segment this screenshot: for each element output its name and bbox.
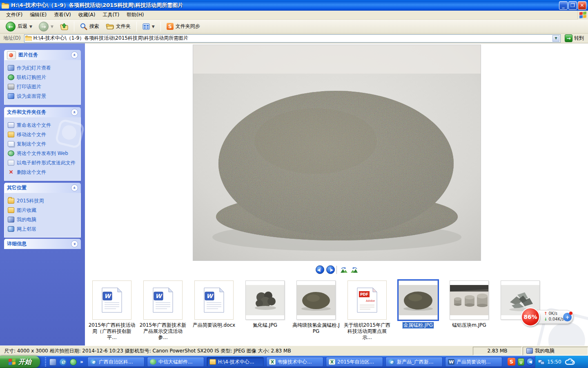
file-name[interactable]: 2015年广西科技活动周（广西科技创新平...: [87, 322, 136, 341]
taskbar-task-ie[interactable]: e广西自治区科...: [87, 357, 145, 367]
folders-icon: [106, 23, 114, 30]
panel-title: 详细信息: [7, 240, 27, 247]
menu-tools[interactable]: 工具(T): [99, 11, 123, 19]
file-item-selected[interactable]: 金属锰粉.JPG: [394, 280, 443, 328]
word-doc-thumbnail[interactable]: W: [194, 280, 234, 320]
quick-launch-overflow-chevron[interactable]: »: [80, 359, 83, 365]
task-view-slideshow[interactable]: 作为幻灯片查看: [8, 63, 79, 73]
task-print-picture[interactable]: 打印该图片: [8, 82, 79, 92]
rotate-clockwise-button[interactable]: [350, 267, 359, 273]
pdf-doc-thumbnail[interactable]: PDFAdobe: [347, 280, 387, 320]
place-network[interactable]: 网上邻居: [8, 224, 79, 234]
views-dropdown-icon[interactable]: ▼: [152, 25, 155, 29]
file-item[interactable]: 高纯级脱氢金属锰粉.JPG: [292, 280, 341, 334]
collapse-chevron-icon[interactable]: «: [71, 184, 78, 191]
folder-sync-button[interactable]: S 文件夹同步: [164, 22, 203, 31]
tray-clock[interactable]: 15:50: [547, 359, 561, 365]
file-item[interactable]: W 产品简要说明.docx: [189, 280, 238, 328]
task-email-file[interactable]: 以电子邮件形式发送此文件: [8, 158, 79, 168]
menu-help[interactable]: 帮助(H): [123, 11, 147, 19]
tray-sogou-icon[interactable]: S: [508, 358, 515, 366]
word-doc-thumbnail[interactable]: W: [143, 280, 183, 320]
network-tray-icon[interactable]: [538, 359, 545, 366]
word-doc-thumbnail[interactable]: W: [92, 280, 131, 320]
toolbar-separator: [136, 22, 137, 31]
expand-chevron-icon[interactable]: «: [71, 240, 78, 247]
folder-icon: [8, 198, 14, 204]
minimize-button[interactable]: _: [559, 1, 568, 10]
taskbar-task-excel-1[interactable]: X韦慷技术中心...: [266, 357, 323, 367]
task-set-wallpaper[interactable]: 设为桌面背景: [8, 92, 79, 101]
file-item[interactable]: 锰铝压块m.JPG: [445, 280, 494, 328]
show-desktop-icon[interactable]: [49, 359, 56, 366]
forward-button[interactable]: → ▼: [36, 20, 56, 33]
place-my-pictures[interactable]: 图片收藏: [8, 206, 79, 215]
views-button[interactable]: ▼: [140, 22, 157, 31]
address-dropdown-icon[interactable]: ▼: [552, 35, 559, 42]
internet-explorer-icon: e: [388, 359, 395, 365]
restore-button[interactable]: ❐: [568, 1, 577, 10]
file-item[interactable]: W 2015年广西新技术新产品展示交流活动参...: [138, 280, 187, 341]
net-speed-widget[interactable]: ↑0K/s ↓0.04K/s + 86%: [521, 307, 575, 326]
previous-image-button[interactable]: ◀▏: [316, 265, 324, 274]
collapse-chevron-icon[interactable]: «: [71, 109, 78, 116]
file-tasks-header[interactable]: 文件和文件夹任务 «: [4, 107, 81, 117]
collapse-chevron-icon[interactable]: «: [71, 52, 78, 58]
photo-thumbnail-powder[interactable]: [296, 280, 336, 320]
file-name[interactable]: 关于组织2015年广西科技活动周重点展示...: [343, 322, 392, 341]
close-button[interactable]: ✕: [578, 1, 586, 10]
toolbar-grip[interactable]: [45, 357, 46, 366]
menu-file[interactable]: 文件(F): [2, 11, 26, 19]
internet-explorer-icon[interactable]: e: [60, 359, 67, 366]
memory-usage-ball[interactable]: 86%: [521, 307, 540, 326]
address-input[interactable]: H:\4-技术中心\（1-9）各项科技活动\2015科技周\科技活动周所需图片 …: [24, 34, 561, 43]
tray-collapse-chevron[interactable]: ◀: [526, 358, 534, 366]
preview-image-manganese-powder[interactable]: [193, 45, 481, 260]
file-item[interactable]: PDFAdobe 关于组织2015年广西科技活动周重点展示...: [343, 280, 392, 341]
photo-thumbnail-briquettes[interactable]: [450, 280, 489, 320]
search-label: 搜索: [89, 23, 99, 30]
up-button[interactable]: [58, 22, 71, 31]
next-image-button[interactable]: ▕▶: [326, 265, 335, 274]
menu-view[interactable]: 查看(V): [50, 11, 75, 19]
place-parent-folder[interactable]: 2015科技周: [8, 196, 79, 206]
file-name[interactable]: 氮化锰.JPG: [241, 322, 290, 328]
other-places-header[interactable]: 其它位置 «: [4, 183, 81, 193]
rotate-counterclockwise-button[interactable]: [340, 267, 348, 273]
photo-thumbnail-powder-selected[interactable]: [399, 280, 438, 320]
back-label: 后退: [18, 23, 27, 30]
search-button[interactable]: 搜索: [78, 22, 102, 31]
file-item[interactable]: 氮化锰.JPG: [241, 280, 290, 328]
place-my-computer[interactable]: 我的电脑: [8, 215, 79, 224]
menu-edit[interactable]: 编辑(E): [26, 11, 50, 19]
taskbar-task-mail[interactable]: 中信大锰邮件...: [147, 357, 204, 367]
task-delete-file[interactable]: ×删除这个文件: [8, 168, 79, 177]
taskbar-task-excel-2[interactable]: X2015年自治区...: [326, 357, 383, 367]
back-icon: ←: [6, 22, 16, 31]
file-name[interactable]: 高纯级脱氢金属锰粉.JPG: [292, 322, 341, 334]
taskbar-task-explorer-active[interactable]: H:\4-技术中心...: [207, 357, 264, 367]
details-header[interactable]: 详细信息 «: [4, 239, 81, 249]
back-button[interactable]: ← 后退 ▼: [3, 20, 35, 33]
order-online-icon: [8, 74, 14, 80]
browser-360-icon[interactable]: [70, 359, 77, 366]
task-publish-web[interactable]: 将这个文件发布到 Web: [8, 149, 79, 158]
back-dropdown-icon[interactable]: ▼: [29, 25, 32, 29]
cloud-tray-icon[interactable]: [564, 358, 576, 366]
go-button[interactable]: → 转到: [562, 34, 586, 42]
file-name[interactable]: 锰铝压块m.JPG: [445, 322, 494, 328]
start-button[interactable]: 开始: [0, 356, 40, 368]
file-name-selected[interactable]: 金属锰粉.JPG: [403, 322, 434, 328]
tray-usb-icon[interactable]: ψ: [518, 358, 524, 366]
sync-icon: S: [167, 23, 174, 30]
taskbar-task-word[interactable]: W产品简要说明...: [445, 357, 502, 367]
file-item[interactable]: W 2015年广西科技活动周（广西科技创新平...: [87, 280, 136, 341]
task-order-prints[interactable]: 联机订购照片: [8, 73, 79, 82]
folders-button[interactable]: 文件夹: [103, 22, 133, 31]
photo-thumbnail-lumps[interactable]: [245, 280, 285, 320]
menu-favorites[interactable]: 收藏(A): [75, 11, 99, 19]
taskbar-task-ie-2[interactable]: e新产品_广西新...: [385, 357, 443, 367]
file-name[interactable]: 2015年广西新技术新产品展示交流活动参...: [138, 322, 187, 341]
file-name[interactable]: 产品简要说明.docx: [189, 322, 238, 328]
picture-tasks-header[interactable]: 图片任务 «: [4, 50, 81, 60]
